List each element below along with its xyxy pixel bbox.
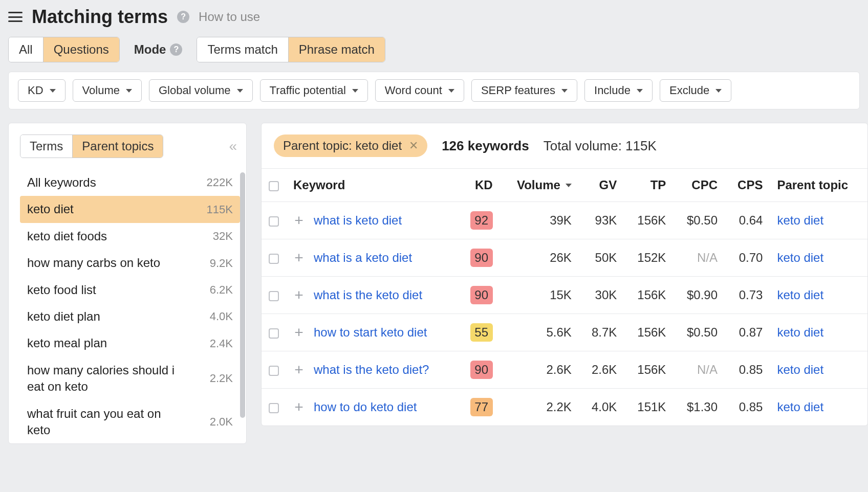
table-row: +how to do keto diet772.2K4.0K151K$1.300… <box>262 389 867 426</box>
sidebar-item-label: how many calories should i eat on keto <box>27 362 186 395</box>
sidebar-tab-parent-topics[interactable]: Parent topics <box>73 135 163 158</box>
select-all-checkbox[interactable] <box>269 181 279 191</box>
keyword-link[interactable]: how to do keto diet <box>314 400 417 414</box>
filter-global-volume[interactable]: Global volume <box>149 79 253 102</box>
match-mode-segment: Terms match Phrase match <box>197 37 385 62</box>
cell-volume: 39K <box>500 202 579 239</box>
filter-include[interactable]: Include <box>584 79 653 102</box>
table-row: +what is a keto diet9026K50K152KN/A0.70k… <box>262 239 867 277</box>
cell-tp: 151K <box>624 389 673 426</box>
parent-topic-link[interactable]: keto diet <box>777 251 823 264</box>
filter-kd[interactable]: KD <box>18 79 66 102</box>
sidebar-item-label: All keywords <box>27 174 96 191</box>
parent-topic-link[interactable]: keto diet <box>777 400 823 414</box>
hamburger-icon[interactable] <box>8 12 23 22</box>
filter-traffic-potential[interactable]: Traffic potential <box>260 79 368 102</box>
row-checkbox[interactable] <box>269 366 279 376</box>
sidebar-item-count: 6.2K <box>210 282 233 298</box>
keyword-link[interactable]: how to start keto diet <box>314 325 427 340</box>
row-checkbox[interactable] <box>269 328 279 339</box>
sidebar-scrollbar[interactable] <box>240 132 245 438</box>
cell-gv: 8.7K <box>579 314 624 351</box>
filter-serp-features[interactable]: SERP features <box>471 79 577 102</box>
mode-help-icon[interactable]: ? <box>170 43 182 56</box>
filter-word-count[interactable]: Word count <box>375 79 464 102</box>
keywords-table: Keyword KD Volume GV TP CPC CPS Parent t… <box>262 168 867 426</box>
sidebar-item[interactable]: keto meal plan2.4K <box>20 330 240 356</box>
page-title: Matching terms <box>32 6 168 28</box>
parent-topic-link[interactable]: keto diet <box>777 288 823 302</box>
caret-down-icon <box>50 89 56 93</box>
sidebar-item[interactable]: how many calories should i eat on keto2.… <box>20 357 240 400</box>
sidebar-item-count: 4.0K <box>210 309 233 324</box>
col-tp[interactable]: TP <box>624 169 673 202</box>
how-to-use-link[interactable]: How to use <box>199 10 260 24</box>
sidebar-tab-terms[interactable]: Terms <box>20 135 73 158</box>
col-cpc[interactable]: CPC <box>673 169 725 202</box>
col-keyword[interactable]: Keyword <box>286 169 458 202</box>
caret-down-icon <box>561 89 568 93</box>
keyword-link[interactable]: what is a keto diet <box>314 251 412 265</box>
expand-icon[interactable]: + <box>293 215 305 226</box>
kd-badge: 90 <box>470 286 493 304</box>
help-icon[interactable]: ? <box>177 11 189 23</box>
tab-terms-match[interactable]: Terms match <box>197 37 288 62</box>
keyword-link[interactable]: what is keto diet <box>314 213 402 228</box>
sidebar-item[interactable]: keto food list6.2K <box>20 277 240 303</box>
cell-gv: 30K <box>579 277 624 314</box>
sidebar-item-label: keto diet foods <box>27 228 107 244</box>
tab-all[interactable]: All <box>9 37 44 62</box>
expand-icon[interactable]: + <box>293 252 305 263</box>
chip-label: Parent topic: keto diet <box>283 139 402 153</box>
parent-topic-link[interactable]: keto diet <box>777 363 823 376</box>
filter-bar: KD Volume Global volume Traffic potentia… <box>8 72 860 109</box>
tab-questions[interactable]: Questions <box>44 37 119 62</box>
tab-phrase-match[interactable]: Phrase match <box>289 37 385 62</box>
kd-badge: 92 <box>470 211 493 230</box>
caret-down-icon <box>715 89 722 93</box>
sidebar-item[interactable]: how many carbs on keto9.2K <box>20 250 240 276</box>
cell-gv: 2.6K <box>579 351 624 389</box>
sidebar-item-label: how many carbs on keto <box>27 255 160 271</box>
row-checkbox[interactable] <box>269 254 279 264</box>
sidebar-item[interactable]: All keywords222K <box>20 169 240 196</box>
row-checkbox[interactable] <box>269 216 279 227</box>
expand-icon[interactable]: + <box>293 364 305 375</box>
cell-cps: 0.85 <box>725 389 770 426</box>
parent-topic-link[interactable]: keto diet <box>777 213 823 227</box>
expand-icon[interactable]: + <box>293 289 305 301</box>
sidebar-item[interactable]: keto diet115K <box>20 196 240 222</box>
cell-cpc: $1.30 <box>673 389 725 426</box>
col-volume[interactable]: Volume <box>500 169 579 202</box>
sidebar-item[interactable]: keto diet foods32K <box>20 223 240 250</box>
cell-cps: 0.64 <box>725 202 770 239</box>
cell-cps: 0.73 <box>725 277 770 314</box>
cell-cpc: N/A <box>673 239 725 277</box>
sidebar-item-label: what fruit can you eat on keto <box>27 406 186 439</box>
table-row: +what is the keto diet9015K30K156K$0.900… <box>262 277 867 314</box>
parent-topic-link[interactable]: keto diet <box>777 325 823 339</box>
cell-cpc: $0.50 <box>673 202 725 239</box>
sidebar-item[interactable]: keto diet plan4.0K <box>20 303 240 330</box>
sidebar-item[interactable]: what fruit can you eat on keto2.0K <box>20 400 240 444</box>
col-cps[interactable]: CPS <box>725 169 770 202</box>
cell-volume: 2.6K <box>500 351 579 389</box>
sidebar-item-count: 2.4K <box>210 336 233 351</box>
collapse-sidebar-icon[interactable]: « <box>229 138 240 154</box>
keyword-link[interactable]: what is the keto diet <box>314 288 422 302</box>
col-parent-topic[interactable]: Parent topic <box>770 169 867 202</box>
filter-volume[interactable]: Volume <box>73 79 142 102</box>
col-gv[interactable]: GV <box>579 169 624 202</box>
chip-remove-icon[interactable]: ✕ <box>409 139 418 152</box>
row-checkbox[interactable] <box>269 291 279 301</box>
cell-tp: 156K <box>624 202 673 239</box>
sidebar-item-count: 115K <box>207 202 233 217</box>
keyword-link[interactable]: what is the keto diet? <box>314 363 429 377</box>
sidebar-item-count: 222K <box>207 175 233 190</box>
filter-exclude[interactable]: Exclude <box>660 79 731 102</box>
expand-icon[interactable]: + <box>293 327 305 338</box>
sidebar-item-count: 2.2K <box>210 371 233 386</box>
col-kd[interactable]: KD <box>458 169 500 202</box>
expand-icon[interactable]: + <box>293 401 305 413</box>
row-checkbox[interactable] <box>269 403 279 413</box>
